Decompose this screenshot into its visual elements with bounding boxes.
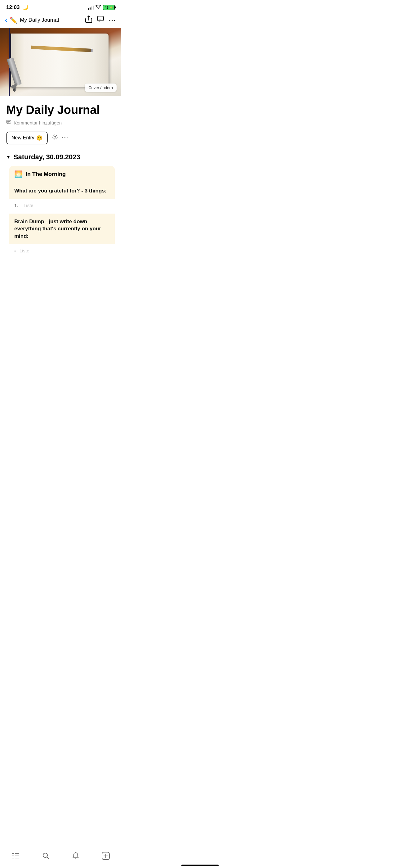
battery-indicator: 43 ⚡ xyxy=(103,5,115,10)
bullet-dot: ● xyxy=(14,250,16,252)
new-entry-label: New Entry xyxy=(11,135,34,141)
gear-button[interactable] xyxy=(52,134,58,142)
svg-rect-7 xyxy=(6,120,11,123)
date-header: ▼ Saturday, 30.09.2023 xyxy=(6,153,115,161)
prompt-1: What are you grateful for? - 3 things: xyxy=(9,183,115,199)
list-text-1: Liste xyxy=(24,203,33,208)
collapse-triangle[interactable]: ▼ xyxy=(6,155,10,160)
signal-bar-1 xyxy=(88,8,89,10)
list-number-1: 1. xyxy=(14,203,21,208)
nav-title: My Daily Journal xyxy=(20,17,59,23)
signal-bar-3 xyxy=(91,6,92,10)
status-icons: 43 ⚡ xyxy=(88,5,115,10)
signal-bar-2 xyxy=(90,7,91,10)
back-button[interactable]: ‹ xyxy=(5,16,7,24)
bullet-text-1: Liste xyxy=(20,248,29,253)
more-button[interactable]: ··· xyxy=(109,17,116,24)
nav-left: ‹ ✏️ My Daily Journal xyxy=(5,16,59,24)
moon-icon: 🌙 xyxy=(22,5,29,10)
prompt-1-text: What are you grateful for? - 3 things: xyxy=(14,187,110,195)
svg-point-10 xyxy=(54,136,56,138)
entry-title: In The Morning xyxy=(26,171,66,178)
svg-rect-4 xyxy=(7,57,22,86)
navigation-bar: ‹ ✏️ My Daily Journal ··· xyxy=(0,13,121,28)
cover-change-button[interactable]: Cover ändern xyxy=(85,84,116,92)
nav-right: ··· xyxy=(85,16,116,25)
comment-button[interactable] xyxy=(97,16,104,25)
prompt-2: Brain Dump - just write down everything … xyxy=(9,214,115,244)
more-options-button[interactable]: ··· xyxy=(62,135,69,141)
status-time-area: 12:03 🌙 xyxy=(6,4,29,10)
status-time: 12:03 xyxy=(6,4,20,10)
pencil-icon: ✏️ xyxy=(10,17,18,24)
date-section: ▼ Saturday, 30.09.2023 🌅 In The Morning … xyxy=(6,153,115,258)
cover-image: Cover ändern xyxy=(0,28,121,96)
comment-icon xyxy=(6,120,11,126)
battery-percent: 43 xyxy=(105,6,108,9)
date-label: Saturday, 30.09.2023 xyxy=(14,153,80,161)
svg-rect-1 xyxy=(97,16,104,21)
signal-bar-4 xyxy=(93,6,94,10)
prompt-2-text: Brain Dump - just write down everything … xyxy=(14,218,110,240)
entry-actions-row: New Entry 😊 ··· xyxy=(6,132,115,144)
list-item-1[interactable]: 1. Liste xyxy=(9,199,115,212)
signal-bars xyxy=(88,5,94,10)
journal-title: My Daily Journal xyxy=(6,104,115,117)
bottom-spacer xyxy=(0,262,121,294)
new-entry-button[interactable]: New Entry 😊 xyxy=(6,132,48,144)
bullet-item-1[interactable]: ● Liste xyxy=(9,245,115,258)
status-bar: 12:03 🌙 43 ⚡ xyxy=(0,0,121,13)
entry-header[interactable]: 🌅 In The Morning xyxy=(9,166,115,183)
add-comment-row[interactable]: Kommentar hinzufügen xyxy=(6,120,115,126)
wifi-icon xyxy=(96,5,101,10)
share-button[interactable] xyxy=(85,16,92,25)
content-area: My Daily Journal Kommentar hinzufügen Ne… xyxy=(0,104,121,258)
pen-overlay xyxy=(0,52,31,96)
add-comment-text: Kommentar hinzufügen xyxy=(14,120,62,125)
entry-emoji: 🌅 xyxy=(14,170,23,179)
new-entry-emoji: 😊 xyxy=(36,135,42,141)
entry-card: 🌅 In The Morning What are you grateful f… xyxy=(9,166,115,258)
battery-lightning: ⚡ xyxy=(109,6,113,9)
